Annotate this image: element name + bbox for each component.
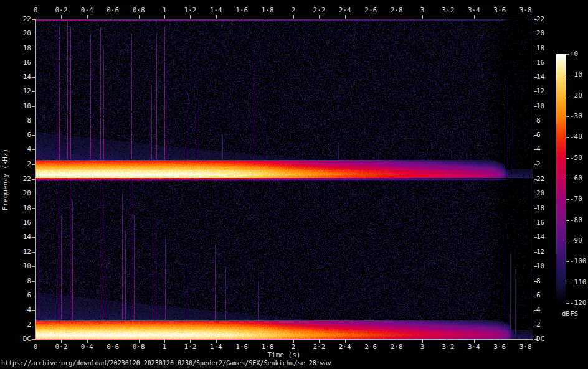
time-tick	[113, 15, 113, 19]
time-tick	[268, 15, 268, 19]
freq-tick-label: 18	[536, 44, 561, 52]
dbfs-tick	[566, 179, 569, 179]
freq-tick-label: DC	[536, 335, 561, 343]
time-tick	[371, 15, 371, 19]
freq-tick-label: 8	[11, 277, 31, 285]
dbfs-tick-label: -80	[570, 216, 588, 224]
freq-tick	[32, 63, 35, 63]
time-tick	[474, 15, 475, 19]
freq-tick	[32, 19, 35, 20]
freq-tick-label: 14	[11, 73, 31, 81]
freq-tick	[32, 164, 35, 165]
dbfs-tick-label: -40	[570, 133, 588, 141]
dbfs-tick	[566, 199, 569, 200]
freq-tick	[32, 77, 35, 78]
freq-tick-label: 6	[11, 291, 31, 299]
dbfs-tick	[566, 220, 569, 221]
freq-tick-label: 2	[536, 320, 561, 329]
freq-tick-label: 20	[11, 29, 31, 37]
time-tick	[216, 15, 217, 19]
freq-tick-label: 10	[11, 262, 31, 270]
freq-tick-label: 10	[11, 102, 31, 110]
time-tick	[448, 15, 448, 19]
freq-tick	[32, 149, 35, 150]
freq-tick-label: 22	[11, 15, 31, 23]
dbfs-tick	[566, 158, 569, 159]
freq-tick-label: 16	[11, 58, 31, 67]
freq-tick-label: 14	[11, 233, 31, 241]
time-tick	[422, 15, 423, 19]
freq-tick	[32, 339, 35, 340]
dbfs-tick-label: -70	[570, 195, 588, 203]
time-tick	[164, 15, 165, 19]
channel-divider-line	[35, 179, 533, 179]
freq-tick	[32, 208, 35, 209]
dbfs-tick	[566, 261, 569, 262]
dbfs-tick	[566, 283, 569, 283]
spectrogram-figure: Frequency (kHz) Time (s) 00·20·40·60·811…	[0, 0, 588, 369]
dbfs-tick	[566, 116, 569, 117]
time-tick	[397, 15, 397, 19]
dbfs-colorbar	[556, 54, 566, 303]
dbfs-tick-label: +0	[570, 50, 588, 58]
freq-tick-label: 22	[11, 175, 31, 183]
freq-tick	[32, 135, 35, 136]
spectrogram-channel-2-canvas	[36, 179, 533, 339]
freq-tick	[32, 223, 35, 223]
time-axis-title: Time (s)	[191, 351, 377, 359]
time-tick-label: 3·8	[511, 343, 541, 351]
dbfs-tick-label: -90	[570, 236, 588, 245]
freq-tick	[32, 49, 35, 49]
dbfs-tick-label: -60	[570, 174, 588, 182]
freq-tick-label: DC	[11, 335, 31, 343]
time-tick	[526, 15, 526, 19]
freq-tick	[32, 34, 35, 34]
freq-tick	[32, 106, 35, 107]
freq-tick	[32, 252, 35, 253]
dbfs-colorbar-title: dBFS	[555, 310, 585, 318]
freq-tick	[32, 296, 35, 296]
dbfs-tick	[566, 303, 569, 304]
dbfs-tick-label: -110	[570, 278, 588, 286]
freq-tick	[32, 266, 35, 267]
time-tick	[61, 15, 62, 19]
freq-tick-label: 20	[11, 189, 31, 197]
freq-tick-label: 18	[11, 44, 31, 52]
freq-tick-label: 2	[11, 320, 31, 329]
dbfs-tick-label: -100	[570, 257, 588, 265]
time-tick	[139, 15, 140, 19]
freq-tick	[32, 325, 35, 325]
dbfs-tick	[566, 137, 569, 138]
dbfs-tick	[566, 54, 569, 55]
dbfs-tick-label: -10	[570, 70, 588, 78]
dbfs-tick-label: -30	[570, 112, 588, 120]
time-tick	[36, 15, 36, 19]
freq-tick-label: 16	[11, 218, 31, 227]
time-tick	[242, 15, 242, 19]
freq-tick-label: 4	[11, 145, 31, 153]
freq-tick-label: 2	[11, 160, 31, 168]
dbfs-tick	[566, 75, 569, 75]
frequency-axis-title: Frequency (kHz)	[1, 142, 9, 217]
freq-tick-label: 8	[11, 116, 31, 124]
time-tick	[293, 15, 294, 19]
freq-tick-label: 18	[11, 204, 31, 212]
dbfs-tick	[566, 96, 569, 96]
freq-tick-label: 6	[11, 131, 31, 139]
dbfs-tick-label: -120	[570, 299, 588, 307]
freq-tick-label: 22	[536, 15, 561, 23]
time-tick	[345, 15, 346, 19]
freq-tick	[32, 91, 35, 92]
freq-tick	[32, 179, 35, 180]
time-tick-label: 3·8	[511, 6, 541, 14]
freq-tick	[32, 121, 35, 121]
freq-tick-label: 12	[11, 248, 31, 256]
time-tick	[190, 15, 191, 19]
freq-tick	[32, 281, 35, 282]
freq-tick-label: 12	[11, 87, 31, 95]
time-tick	[500, 15, 500, 19]
freq-tick	[32, 237, 35, 238]
dbfs-tick-label: -50	[570, 154, 588, 162]
freq-tick	[32, 310, 35, 311]
freq-tick-label: 20	[536, 29, 561, 37]
